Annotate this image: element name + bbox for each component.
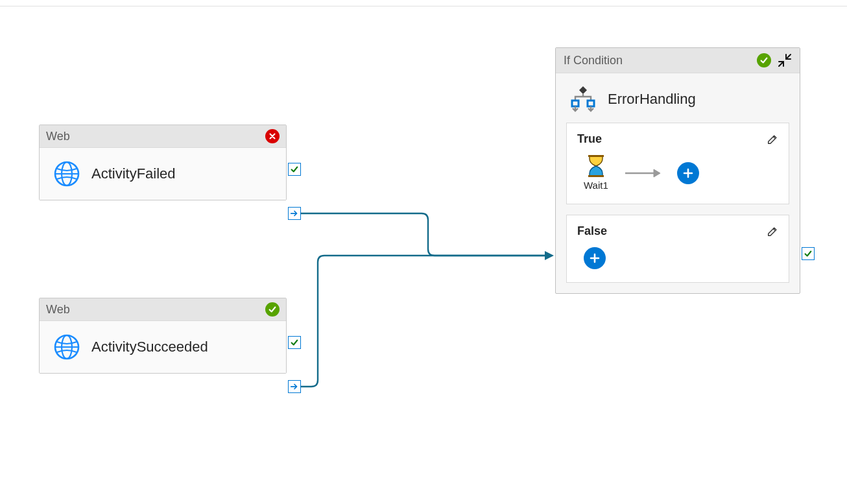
activity-card-failed[interactable]: Web ActivityFailed	[39, 125, 287, 200]
if-condition-icon	[569, 85, 597, 114]
globe-icon	[54, 161, 80, 187]
completion-output-port[interactable]	[288, 380, 301, 393]
svg-marker-6	[579, 86, 587, 94]
arrow-right-icon	[624, 167, 662, 180]
success-output-port[interactable]	[288, 163, 301, 176]
activity-name: ActivityFailed	[91, 165, 176, 182]
condition-name: ErrorHandling	[608, 91, 696, 108]
canvas-top-divider	[0, 6, 847, 6]
activity-card-succeeded[interactable]: Web ActivitySucceeded	[39, 298, 287, 374]
activity-type-label: Web	[46, 130, 70, 143]
hourglass-icon	[586, 155, 606, 177]
svg-rect-10	[588, 175, 604, 177]
true-branch-label: True	[577, 132, 602, 146]
false-branch: False	[566, 215, 789, 283]
if-condition-container[interactable]: If Condition ErrorHandling	[555, 47, 800, 294]
edit-icon[interactable]	[767, 134, 778, 145]
wait-activity-name: Wait1	[584, 180, 608, 191]
svg-marker-12	[654, 169, 660, 177]
svg-marker-13	[545, 251, 554, 260]
true-branch: True Wait1	[566, 123, 789, 204]
success-output-port[interactable]	[802, 247, 815, 260]
wait-activity[interactable]: Wait1	[584, 155, 608, 191]
error-icon	[265, 129, 280, 143]
add-activity-button[interactable]	[584, 247, 606, 269]
condition-type-label: If Condition	[564, 54, 623, 67]
activity-type-label: Web	[46, 303, 70, 317]
collapse-icon[interactable]	[778, 53, 792, 67]
globe-icon	[54, 334, 80, 360]
add-activity-button[interactable]	[677, 162, 699, 184]
completion-output-port[interactable]	[288, 207, 301, 220]
success-icon	[265, 302, 280, 317]
activity-name: ActivitySucceeded	[91, 339, 208, 355]
svg-rect-7	[572, 101, 579, 106]
svg-rect-8	[588, 101, 594, 106]
success-output-port[interactable]	[288, 336, 301, 349]
edit-icon[interactable]	[767, 226, 778, 237]
success-icon	[757, 53, 771, 67]
svg-rect-9	[588, 155, 604, 157]
false-branch-label: False	[577, 224, 607, 238]
